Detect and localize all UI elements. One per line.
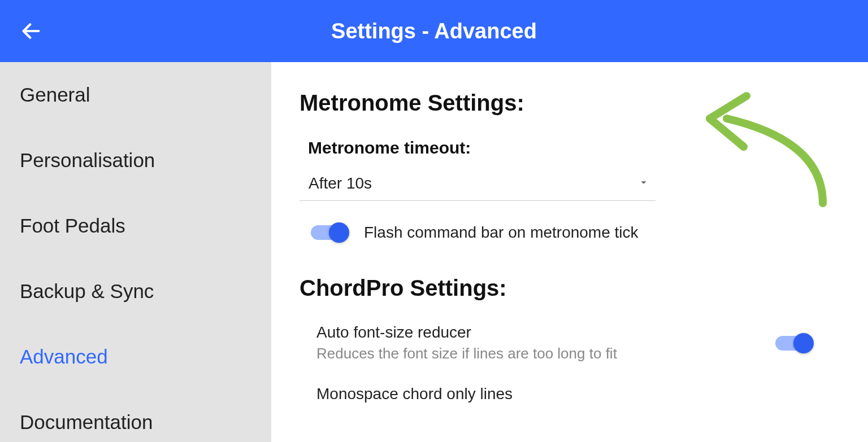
monospace-title: Monospace chord only lines	[316, 385, 513, 403]
app-header: Settings - Advanced	[0, 0, 868, 62]
flash-command-toggle[interactable]	[311, 225, 347, 240]
toggle-knob	[793, 333, 814, 353]
monospace-text: Monospace chord only lines	[316, 385, 513, 406]
auto-reducer-text: Auto font-size reducer Reduces the font …	[316, 323, 617, 362]
metronome-timeout-label: Metronome timeout:	[308, 138, 840, 157]
auto-reducer-row: Auto font-size reducer Reduces the font …	[316, 323, 811, 362]
body: General Personalisation Foot Pedals Back…	[0, 62, 868, 442]
sidebar-item-documentation[interactable]: Documentation	[0, 390, 271, 442]
sidebar-item-backup-sync[interactable]: Backup & Sync	[0, 259, 271, 324]
auto-reducer-toggle[interactable]	[775, 336, 811, 351]
sidebar: General Personalisation Foot Pedals Back…	[0, 62, 271, 442]
page-title: Settings - Advanced	[331, 19, 537, 43]
sidebar-item-foot-pedals[interactable]: Foot Pedals	[0, 193, 271, 259]
arrow-left-icon	[20, 20, 42, 42]
auto-reducer-title: Auto font-size reducer	[316, 323, 617, 342]
monospace-row: Monospace chord only lines	[316, 385, 811, 406]
sidebar-item-personalisation[interactable]: Personalisation	[0, 128, 271, 193]
auto-reducer-desc: Reduces the font size if lines are too l…	[316, 345, 617, 362]
flash-command-label: Flash command bar on metronome tick	[364, 224, 639, 242]
metronome-section-title: Metronome Settings:	[300, 90, 840, 116]
back-button[interactable]	[17, 17, 45, 45]
metronome-timeout-value: After 10s	[309, 174, 372, 192]
content-panel: Metronome Settings: Metronome timeout: A…	[271, 62, 868, 442]
metronome-timeout-select[interactable]: After 10s	[300, 169, 656, 201]
toggle-knob	[329, 222, 349, 243]
sidebar-item-general[interactable]: General	[0, 62, 271, 128]
flash-command-row: Flash command bar on metronome tick	[311, 224, 840, 242]
sidebar-item-advanced[interactable]: Advanced	[0, 324, 271, 390]
chordpro-section-title: ChordPro Settings:	[300, 275, 840, 301]
chevron-down-icon	[637, 176, 650, 191]
